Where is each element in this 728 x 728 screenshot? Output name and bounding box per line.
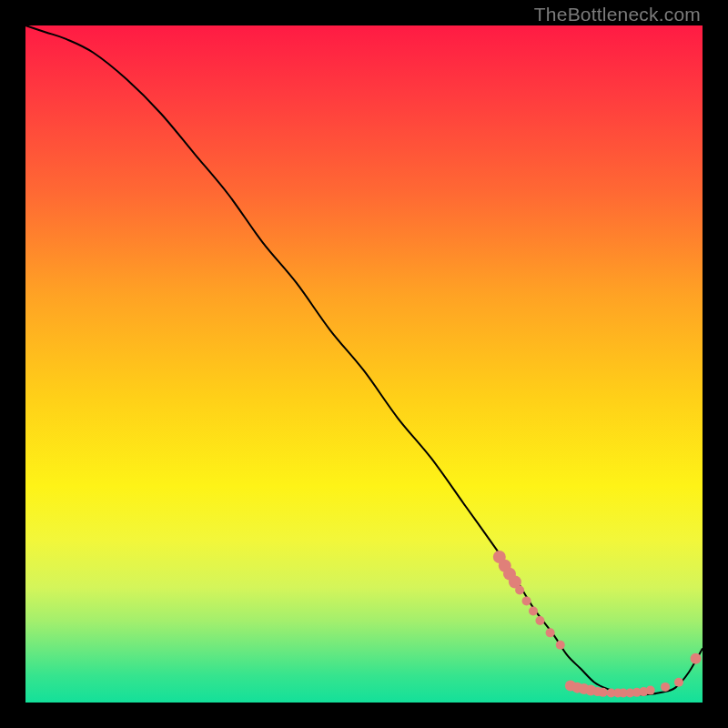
data-point bbox=[529, 607, 538, 616]
data-point bbox=[535, 616, 544, 625]
data-point bbox=[674, 678, 683, 687]
data-point bbox=[522, 596, 531, 605]
data-points bbox=[493, 551, 702, 698]
data-point bbox=[546, 628, 555, 637]
data-point bbox=[599, 688, 608, 697]
data-point bbox=[691, 653, 702, 664]
curve-layer bbox=[25, 25, 703, 703]
watermark-text: TheBottleneck.com bbox=[534, 4, 701, 25]
data-point bbox=[515, 586, 524, 595]
data-point bbox=[646, 686, 655, 695]
bottleneck-curve bbox=[25, 25, 703, 694]
plot-area bbox=[25, 25, 703, 703]
chart-frame: TheBottleneck.com bbox=[0, 0, 728, 728]
data-point bbox=[661, 682, 670, 692]
data-point bbox=[556, 641, 565, 650]
